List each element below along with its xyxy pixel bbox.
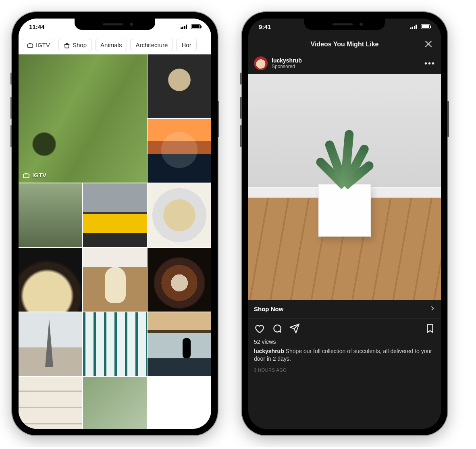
cta-label: Shop Now (254, 306, 283, 312)
tile-dog[interactable] (83, 248, 147, 312)
igtv-badge: IGTV (23, 172, 46, 179)
tile-eiffel[interactable] (19, 312, 82, 376)
more-options-button[interactable]: ••• (424, 59, 435, 68)
like-button[interactable] (254, 323, 264, 335)
chip-shop[interactable]: Shop (58, 39, 92, 51)
plant-pot (318, 184, 371, 237)
post-user-row[interactable]: luckyshrub Sponsored ••• (248, 52, 441, 74)
tile-food-bowl[interactable] (148, 54, 211, 118)
igtv-icon (27, 42, 33, 48)
explore-grid[interactable]: IGTV (19, 54, 211, 429)
status-time: 11:44 (29, 23, 44, 30)
igtv-badge-text: IGTV (32, 172, 46, 179)
notch (304, 19, 385, 30)
tile-latte[interactable] (148, 248, 211, 312)
share-button[interactable] (289, 323, 300, 335)
user-name[interactable]: luckyshrub (272, 57, 302, 64)
chip-label: Animals (100, 42, 122, 48)
battery-icon (191, 24, 201, 29)
save-button[interactable] (425, 323, 435, 335)
chip-more[interactable]: Hor (176, 39, 196, 51)
notch (75, 19, 155, 30)
tile-forest[interactable]: IGTV (19, 54, 147, 183)
phone-explore: 11:44 IGTV Shop Animals (12, 12, 218, 435)
status-time: 9:41 (259, 23, 271, 30)
chip-label: Hor (181, 42, 191, 48)
modal-title: Videos You Might Like (311, 41, 379, 48)
post-timestamp: 3 HOURS AGO (248, 364, 441, 376)
post-actions (248, 318, 441, 338)
comment-button[interactable] (272, 323, 282, 335)
tile-sunset[interactable] (148, 119, 211, 183)
chip-igtv[interactable]: IGTV (22, 39, 55, 51)
post-media[interactable] (248, 74, 441, 300)
chip-label: IGTV (36, 42, 50, 48)
svg-rect-0 (28, 44, 33, 47)
chip-architecture[interactable]: Architecture (130, 39, 173, 51)
close-button[interactable] (423, 39, 434, 49)
category-chips: IGTV Shop Animals Architecture Hor (19, 36, 211, 54)
screen-post: 9:41 Videos You Might Like luckyshrub Sp… (248, 19, 441, 429)
tile-building[interactable] (83, 312, 147, 376)
phone-post: 9:41 Videos You Might Like luckyshrub Sp… (242, 12, 447, 435)
tile-greenery[interactable] (83, 377, 147, 429)
tile-yellow-car[interactable] (83, 183, 147, 247)
tile-noodles[interactable] (19, 248, 82, 312)
tile-shelf[interactable] (19, 377, 82, 429)
svg-rect-1 (23, 174, 29, 178)
tile-house[interactable] (19, 183, 82, 247)
battery-icon (421, 24, 430, 29)
post-caption: luckyshrub Shope our full collection of … (248, 346, 441, 364)
screen-explore: 11:44 IGTV Shop Animals (19, 19, 211, 429)
chip-animals[interactable]: Animals (95, 39, 127, 51)
cta-bar[interactable]: Shop Now (248, 300, 441, 318)
avatar[interactable] (254, 56, 268, 70)
sponsored-label: Sponsored (272, 64, 302, 69)
modal-header: Videos You Might Like (248, 36, 441, 52)
tile-corn[interactable] (148, 183, 211, 247)
tile-surfer[interactable] (148, 312, 211, 376)
chevron-right-icon (430, 306, 435, 312)
chip-label: Architecture (135, 42, 168, 48)
caption-user[interactable]: luckyshrub (254, 348, 284, 354)
chip-label: Shop (73, 42, 87, 48)
shop-bag-icon (64, 42, 70, 48)
views-count[interactable]: 52 views (248, 338, 441, 346)
signal-icon (181, 25, 187, 29)
plant-art (312, 126, 377, 186)
signal-icon (410, 25, 417, 29)
